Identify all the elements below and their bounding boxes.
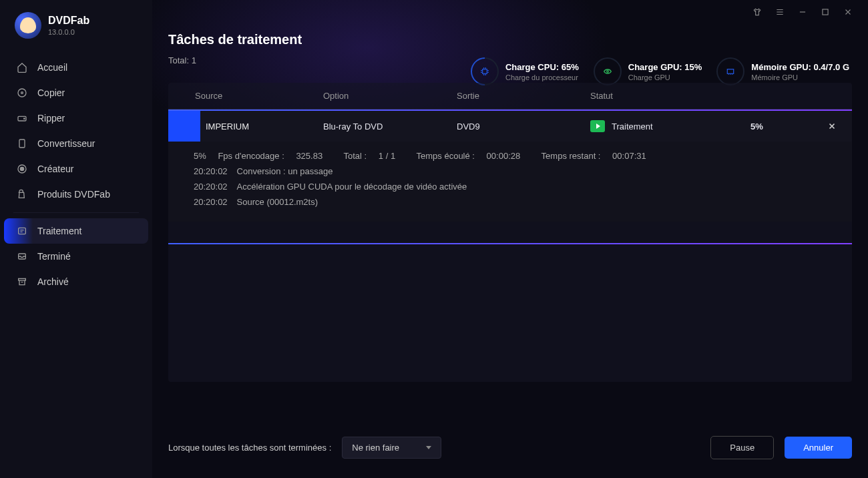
tablet-icon bbox=[16, 138, 28, 150]
sidebar-item-label: Créateur bbox=[37, 164, 73, 174]
stat-mem-title: Mémoire GPU: 0.4/7.0 G bbox=[751, 62, 849, 72]
task-header-row: Source Option Sortie Statut bbox=[168, 83, 852, 109]
stat-gpu-sub: Charge GPU bbox=[628, 73, 702, 81]
cancel-button[interactable]: Annuler bbox=[785, 437, 852, 459]
completion-label: Lorsque toutes les tâches sont terminées… bbox=[168, 443, 331, 453]
svg-rect-0 bbox=[823, 9, 828, 15]
stat-cpu-sub: Charge du processeur bbox=[505, 73, 579, 81]
page-title: Tâches de traitement bbox=[168, 32, 852, 47]
sidebar-item-products[interactable]: Produits DVDFab bbox=[0, 182, 152, 207]
sidebar: DVDFab 13.0.0.0 Accueil Copier Ripper Co… bbox=[0, 0, 152, 478]
title-bar bbox=[737, 0, 868, 24]
col-header-option: Option bbox=[315, 91, 449, 101]
col-header-output: Sortie bbox=[449, 91, 582, 101]
sidebar-item-ripper[interactable]: Ripper bbox=[0, 105, 152, 131]
menu-icon[interactable] bbox=[775, 7, 785, 17]
svg-point-12 bbox=[606, 71, 608, 73]
shirt-icon[interactable] bbox=[752, 7, 763, 17]
log-line: 20:20:02Accélération GPU CUDA pour le dé… bbox=[194, 182, 827, 192]
sidebar-item-label: Accueil bbox=[37, 62, 67, 73]
minimize-button[interactable] bbox=[797, 7, 808, 17]
archive-icon bbox=[16, 276, 28, 288]
drive-icon bbox=[16, 112, 28, 124]
stat-gpu-memory: Mémoire GPU: 0.4/7.0 GMémoire GPU bbox=[716, 57, 849, 85]
task-output: DVD9 bbox=[449, 122, 582, 132]
task-progress: 5% bbox=[742, 122, 812, 132]
stat-gpu-title: Charge GPU: 15% bbox=[628, 62, 702, 72]
log-summary: 5% Fps d'encodage : 325.83 Total : 1 / 1… bbox=[194, 151, 827, 161]
col-header-source: Source bbox=[168, 91, 315, 101]
stat-mem-sub: Mémoire GPU bbox=[751, 73, 849, 81]
svg-rect-13 bbox=[728, 69, 734, 74]
task-close-button[interactable] bbox=[812, 122, 852, 131]
sidebar-item-label: Archivé bbox=[37, 276, 69, 287]
task-option: Blu-ray To DVD bbox=[315, 122, 449, 132]
pause-button[interactable]: Pause bbox=[710, 436, 774, 459]
sidebar-item-label: Convertisseur bbox=[37, 138, 95, 149]
sidebar-item-home[interactable]: Accueil bbox=[0, 55, 152, 80]
logo-area: DVDFab 13.0.0.0 bbox=[0, 12, 152, 55]
home-icon bbox=[16, 61, 28, 73]
sidebar-item-creator[interactable]: Créateur bbox=[0, 156, 152, 182]
bottom-bar: Lorsque toutes les tâches sont terminées… bbox=[168, 436, 852, 459]
bag-icon bbox=[16, 188, 28, 200]
sidebar-item-label: Terminé bbox=[37, 251, 71, 262]
svg-point-2 bbox=[21, 92, 23, 94]
svg-rect-11 bbox=[483, 69, 487, 74]
gpu-ring-icon bbox=[594, 57, 622, 85]
svg-rect-10 bbox=[19, 278, 26, 280]
svg-point-7 bbox=[20, 167, 23, 170]
sidebar-item-done[interactable]: Terminé bbox=[0, 244, 152, 269]
sidebar-item-archived[interactable]: Archivé bbox=[0, 269, 152, 294]
stat-cpu-title: Charge CPU: 65% bbox=[505, 62, 579, 72]
log-line: 20:20:02Source (00012.m2ts) bbox=[194, 197, 827, 207]
stat-gpu: Charge GPU: 15%Charge GPU bbox=[594, 57, 702, 85]
sidebar-item-label: Traitement bbox=[37, 226, 81, 236]
sidebar-item-label: Produits DVDFab bbox=[37, 189, 110, 200]
memory-ring-icon bbox=[716, 57, 744, 85]
svg-rect-5 bbox=[19, 140, 25, 148]
sidebar-item-label: Copier bbox=[37, 87, 65, 98]
sidebar-item-converter[interactable]: Convertisseur bbox=[0, 131, 152, 156]
svg-point-1 bbox=[18, 89, 26, 97]
record-icon bbox=[16, 163, 28, 175]
stats-row: Charge CPU: 65%Charge du processeur Char… bbox=[471, 57, 849, 85]
completion-select[interactable]: Ne rien faire bbox=[342, 437, 441, 459]
svg-rect-8 bbox=[19, 228, 26, 234]
app-name: DVDFab bbox=[48, 15, 89, 27]
task-source: IMPERIUM bbox=[168, 122, 315, 132]
maximize-button[interactable] bbox=[820, 7, 831, 17]
log-line: 20:20:02Conversion : un passage bbox=[194, 166, 827, 176]
task-row[interactable]: IMPERIUM Blu-ray To DVD DVD9 Traitement … bbox=[168, 111, 852, 142]
list-icon bbox=[16, 225, 28, 237]
close-button[interactable] bbox=[843, 7, 853, 17]
sidebar-item-label: Ripper bbox=[37, 113, 65, 124]
task-panel: Source Option Sortie Statut IMPERIUM Blu… bbox=[168, 83, 852, 382]
col-header-status: Statut bbox=[582, 91, 742, 101]
log-area: 5% Fps d'encodage : 325.83 Total : 1 / 1… bbox=[168, 142, 852, 222]
sidebar-item-processing[interactable]: Traitement bbox=[4, 218, 148, 244]
svg-point-4 bbox=[24, 118, 25, 119]
panel-bottom-accent bbox=[168, 243, 852, 244]
play-icon bbox=[590, 120, 605, 132]
app-logo-icon bbox=[15, 12, 41, 39]
main-content: Tâches de traitement Total: 1 Charge CPU… bbox=[152, 0, 868, 478]
app-version: 13.0.0.0 bbox=[48, 28, 89, 36]
sidebar-item-copy[interactable]: Copier bbox=[0, 80, 152, 105]
sidebar-divider bbox=[13, 212, 139, 213]
task-status: Traitement bbox=[612, 122, 653, 132]
stat-cpu: Charge CPU: 65%Charge du processeur bbox=[471, 57, 579, 85]
disc-icon bbox=[16, 87, 28, 99]
inbox-icon bbox=[16, 250, 28, 262]
